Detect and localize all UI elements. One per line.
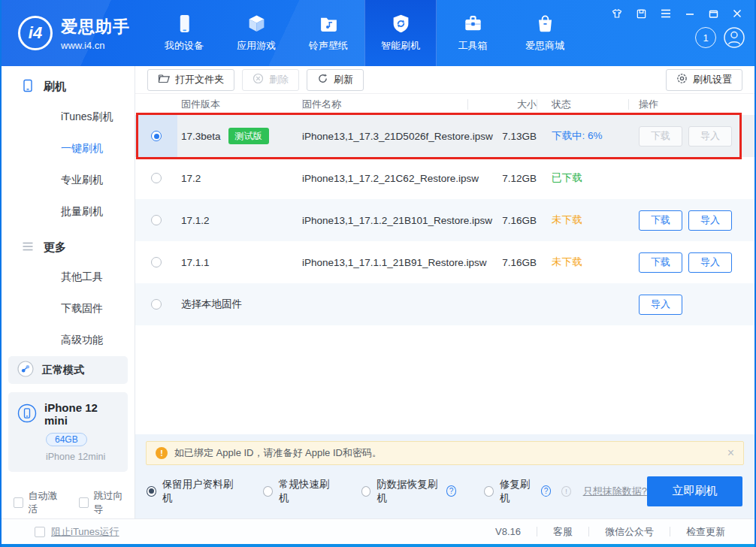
header: i4 爱思助手 www.i4.cn 我的设备 应用游戏 — [2, 0, 754, 66]
firmware-radio[interactable] — [151, 299, 162, 310]
table-row-17-1-2[interactable]: 17.1.2 iPhone13,1_17.1.2_21B101_Restore.… — [135, 199, 754, 241]
firmware-size: 7.13GB — [467, 131, 537, 142]
sidebar-group-flash: 刷机 — [2, 66, 135, 101]
device-mode-card[interactable]: 正常模式 — [8, 356, 128, 384]
header-action: 操作 — [628, 98, 754, 111]
close-icon[interactable] — [732, 8, 742, 19]
firmware-version: 17.2 — [181, 173, 201, 184]
firmware-radio[interactable] — [151, 215, 162, 225]
import-button[interactable]: 导入 — [688, 252, 732, 273]
table-row-17-2[interactable]: 17.2 iPhone13,1_17.2_21C62_Restore.ipsw … — [135, 157, 754, 199]
nav-my-devices[interactable]: 我的设备 — [148, 0, 220, 66]
window-bottom-edge — [2, 544, 754, 547]
erase-data-link[interactable]: 只想抹除数据? — [583, 485, 647, 498]
nav-store[interactable]: 爱思商城 — [509, 0, 581, 66]
option-repair-flash[interactable]: 修复刷机 ? ! — [484, 478, 570, 505]
block-itunes-checkbox[interactable]: 阻止iTunes运行 — [2, 525, 119, 539]
shield-refresh-icon — [391, 14, 411, 34]
flash-now-button[interactable]: 立即刷机 — [647, 476, 742, 506]
nav-apps-games[interactable]: 应用游戏 — [220, 0, 292, 66]
option-keep-user-data[interactable]: 保留用户资料刷机 — [147, 478, 235, 505]
firmware-size: 7.16GB — [467, 257, 537, 268]
firmware-version: 17.1.2 — [181, 215, 210, 226]
import-button[interactable]: 导入 — [639, 295, 682, 315]
firmware-version: 17.3beta — [181, 131, 221, 142]
device-phone-icon — [17, 403, 37, 425]
toolbox-icon — [463, 14, 483, 34]
info-icon: ! — [561, 486, 570, 497]
sidebar-item-other-tools[interactable]: 其他工具 — [2, 261, 135, 293]
flash-settings-button[interactable]: 刷机设置 — [666, 69, 742, 91]
refresh-icon — [317, 73, 328, 86]
beta-badge: 测试版 — [228, 128, 269, 144]
header-firmware-version: 固件版本 — [177, 98, 302, 111]
sidebar-item-download-firmware[interactable]: 下载固件 — [2, 293, 135, 325]
cube-icon — [246, 14, 267, 34]
option-anti-data-recovery-flash[interactable]: 防数据恢复刷机 ? — [361, 478, 457, 505]
firmware-radio[interactable] — [151, 131, 162, 141]
firmware-status: 下载中: 6% — [537, 129, 628, 143]
nav-ringtones-wallpapers[interactable]: 铃声壁纸 — [292, 0, 364, 66]
download-button[interactable]: 下载 — [639, 252, 682, 273]
device-card[interactable]: iPhone 12 mini 64GB iPhone 12mini — [8, 392, 128, 472]
table-row-local-firmware[interactable]: 选择本地固件 导入 — [135, 283, 754, 325]
user-avatar-icon[interactable] — [723, 26, 745, 49]
firmware-radio[interactable] — [151, 257, 162, 267]
maximize-icon[interactable] — [708, 8, 719, 20]
option-normal-fast-flash[interactable]: 常规快速刷机 — [263, 478, 334, 505]
firmware-size: 7.12GB — [467, 173, 537, 184]
link-mode-icon — [17, 361, 34, 379]
firmware-size: 7.16GB — [467, 215, 537, 226]
auto-activate-checkbox[interactable]: 自动激活 — [14, 489, 62, 516]
device-model: iPhone 12mini — [46, 452, 119, 462]
app-window: i4 爱思助手 www.i4.cn 我的设备 应用游戏 — [0, 0, 756, 547]
notification-badge[interactable]: 1 — [695, 27, 716, 48]
nav-toolbox[interactable]: 工具箱 — [437, 0, 509, 66]
bottom-section: ! 如已绑定 Apple ID，请准备好 Apple ID和密码。 × 保留用户… — [135, 434, 754, 518]
main-content: 打开文件夹 删除 刷新 — [135, 66, 754, 518]
status-bar: 阻止iTunes运行 V8.16 客服 微信公众号 检查更新 — [2, 518, 754, 544]
import-button[interactable]: 导入 — [688, 210, 732, 231]
sidebar-item-itunes-flash[interactable]: iTunes刷机 — [2, 101, 135, 133]
refresh-button[interactable]: 刷新 — [307, 69, 364, 91]
download-button: 下载 — [639, 126, 682, 147]
table-row-17-1-1[interactable]: 17.1.1 iPhone13,1_17.1.1_21B91_Restore.i… — [135, 241, 754, 283]
download-button[interactable]: 下载 — [639, 210, 682, 231]
sidebar-item-batch-flash[interactable]: 批量刷机 — [2, 196, 135, 228]
customer-service-link[interactable]: 客服 — [537, 525, 588, 539]
folder-icon — [158, 74, 170, 86]
tshirt-icon[interactable] — [611, 8, 623, 20]
sidebar-item-pro-flash[interactable]: 专业刷机 — [2, 165, 135, 196]
firmware-radio[interactable] — [151, 173, 162, 183]
header-status: 状态 — [537, 98, 628, 111]
wechat-official-link[interactable]: 微信公众号 — [589, 525, 670, 539]
save-icon[interactable] — [636, 8, 647, 20]
sidebar-item-advanced-features[interactable]: 高级功能 — [2, 325, 135, 356]
help-icon[interactable]: ? — [446, 485, 457, 497]
firmware-name: iPhone13,1_17.2_21C62_Restore.ipsw — [302, 173, 467, 184]
menu-icon[interactable] — [660, 8, 672, 19]
checkbox-icon — [35, 527, 45, 537]
help-icon[interactable]: ? — [541, 485, 551, 497]
skip-setup-checkbox[interactable]: 跳过向导 — [79, 489, 128, 516]
open-folder-button[interactable]: 打开文件夹 — [147, 69, 234, 91]
radio-icon — [263, 486, 273, 497]
firmware-status: 未下载 — [537, 213, 628, 227]
gear-icon — [676, 73, 688, 86]
firmware-status: 已下载 — [537, 171, 628, 185]
logo-icon: i4 — [18, 16, 53, 50]
shopping-bag-icon — [535, 14, 555, 34]
notice-close-icon[interactable]: × — [727, 446, 734, 460]
empty-area — [135, 325, 754, 434]
firmware-name: iPhone13,1_17.1.2_21B101_Restore.ipsw — [302, 215, 467, 226]
toolbar: 打开文件夹 删除 刷新 — [135, 66, 754, 94]
minimize-icon[interactable] — [685, 8, 695, 19]
check-update-link[interactable]: 检查更新 — [670, 525, 741, 539]
flash-options: 保留用户资料刷机 常规快速刷机 防数据恢复刷机 ? 修复刷机 ? — [135, 465, 754, 518]
sidebar-item-one-click-flash[interactable]: 一键刷机 — [2, 133, 135, 165]
table-row-17-3beta[interactable]: 17.3beta 测试版 iPhone13,1_17.3_21D5026f_Re… — [135, 115, 754, 157]
warning-icon: ! — [156, 447, 168, 459]
nav-smart-flash[interactable]: 智能刷机 — [364, 0, 437, 66]
checkbox-icon — [79, 497, 89, 508]
local-firmware-label: 选择本地固件 — [181, 298, 242, 311]
